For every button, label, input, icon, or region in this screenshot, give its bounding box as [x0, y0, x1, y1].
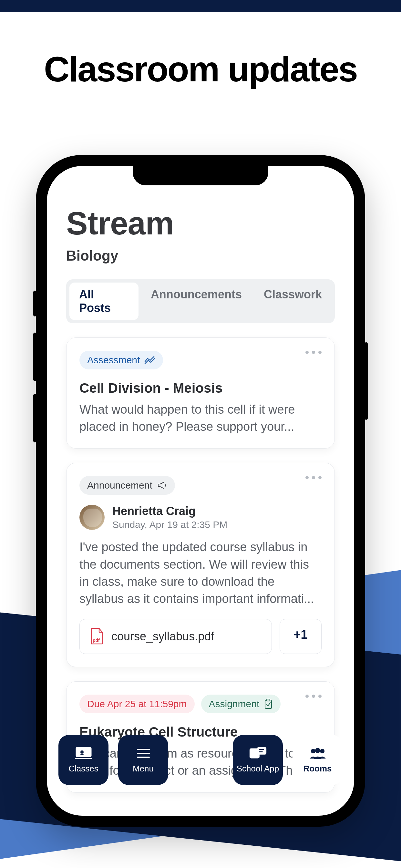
- post-more-button[interactable]: [305, 694, 321, 698]
- attachment-file[interactable]: pdf course_syllabus.pdf: [80, 619, 272, 654]
- attachment-row: pdf course_syllabus.pdf +1: [80, 619, 321, 654]
- screen-content: Stream Biology All Posts Announcements C…: [47, 166, 354, 793]
- nav-label: Menu: [133, 764, 154, 774]
- classes-icon: [74, 746, 93, 761]
- nav-rooms[interactable]: Rooms: [292, 735, 343, 785]
- svg-point-14: [315, 748, 320, 753]
- phone-frame: Stream Biology All Posts Announcements C…: [36, 155, 365, 827]
- school-app-icon: [248, 746, 268, 761]
- phone-screen: Stream Biology All Posts Announcements C…: [47, 166, 354, 816]
- bottom-nav: Classes Menu: [47, 732, 354, 816]
- page-title: Stream: [66, 205, 335, 242]
- nav-menu[interactable]: Menu: [118, 735, 168, 785]
- tag-label: Assignment: [209, 699, 259, 709]
- phone-side-button: [33, 394, 36, 442]
- megaphone-icon: [157, 481, 167, 490]
- tag-announcement: Announcement: [80, 476, 175, 495]
- course-subtitle: Biology: [66, 248, 335, 264]
- post-more-button[interactable]: [305, 351, 321, 354]
- phone-side-button: [365, 342, 368, 420]
- pdf-file-icon: pdf: [89, 628, 104, 645]
- post-card-assessment[interactable]: Assessment Cell Division - Meiosis What …: [66, 337, 335, 448]
- svg-point-13: [311, 749, 315, 753]
- post-more-button[interactable]: [305, 476, 321, 479]
- phone-notch: [133, 166, 268, 185]
- attachment-more-button[interactable]: +1: [280, 619, 321, 654]
- tag-assignment: Assignment: [201, 694, 281, 713]
- tab-announcements[interactable]: Announcements: [141, 283, 251, 320]
- author-name: Henrietta Craig: [112, 504, 227, 518]
- tab-classwork[interactable]: Classwork: [254, 283, 332, 320]
- clipboard-check-icon: [264, 699, 273, 709]
- nav-label: Classes: [68, 764, 98, 774]
- tag-label: Assessment: [87, 354, 140, 366]
- post-title: Cell Division - Meiosis: [80, 380, 321, 396]
- tab-all-posts[interactable]: All Posts: [69, 283, 138, 320]
- menu-icon: [134, 746, 153, 761]
- promo-top-bar: [0, 0, 401, 12]
- author-avatar[interactable]: [80, 505, 104, 530]
- phone-side-button: [33, 333, 36, 381]
- attachment-filename: course_syllabus.pdf: [112, 630, 214, 643]
- post-body: I've posted the updated course syllabus …: [80, 538, 321, 608]
- nav-label: Rooms: [303, 764, 332, 774]
- assessment-chart-icon: [144, 356, 155, 364]
- tag-label: Announcement: [87, 480, 152, 491]
- post-date: Sunday, Apr 19 at 2:35 PM: [112, 519, 227, 530]
- svg-text:pdf: pdf: [93, 638, 100, 643]
- nav-label: School App: [237, 764, 279, 774]
- due-date-badge: Due Apr 25 at 11:59pm: [80, 694, 195, 713]
- rooms-people-icon: [308, 746, 328, 761]
- post-body: What would happen to this cell if it wer…: [80, 401, 321, 435]
- svg-point-4: [81, 750, 84, 754]
- phone-side-button: [33, 290, 36, 316]
- tag-assessment: Assessment: [80, 351, 163, 369]
- hero-title: Classroom updates: [0, 49, 401, 89]
- stream-tabs: All Posts Announcements Classwork: [66, 279, 335, 323]
- nav-classes[interactable]: Classes: [58, 735, 109, 785]
- post-card-announcement[interactable]: Announcement Henrietta Craig Sunday, Apr…: [66, 463, 335, 667]
- due-date-label: Due Apr 25 at 11:59pm: [87, 699, 187, 709]
- post-author-row: Henrietta Craig Sunday, Apr 19 at 2:35 P…: [80, 504, 321, 530]
- svg-point-15: [320, 749, 325, 753]
- nav-school-app[interactable]: School App: [233, 735, 283, 785]
- svg-rect-10: [257, 747, 266, 755]
